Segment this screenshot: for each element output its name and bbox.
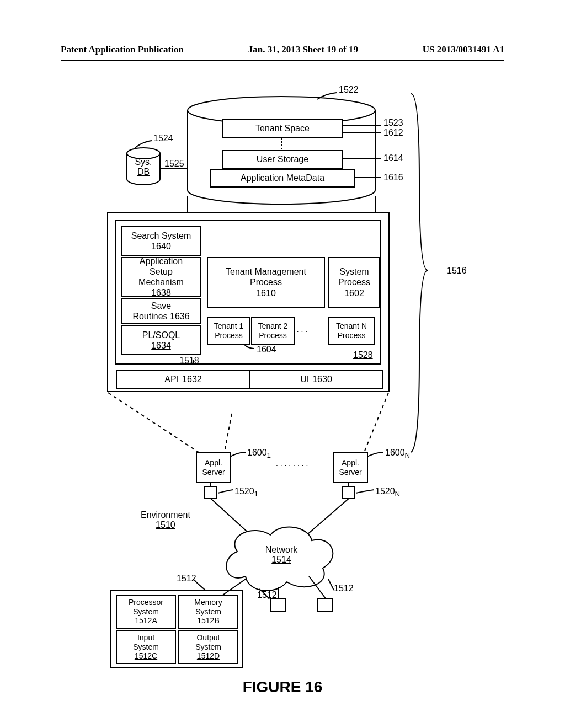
tenant-mgmt-num: 1610 xyxy=(256,288,276,298)
svg-rect-31 xyxy=(270,599,286,611)
ref-1600-1: 16001 xyxy=(247,448,271,459)
appl-server-n: Appl. Server xyxy=(333,452,368,483)
svg-line-18 xyxy=(108,393,199,452)
tenant2-box: Tenant 2 Process xyxy=(251,317,295,345)
ref-1512-b: 1512 xyxy=(257,590,277,600)
header-left: Patent Application Publication xyxy=(61,44,184,55)
svg-rect-23 xyxy=(342,486,354,499)
tenantN-label: Tenant N Process xyxy=(336,322,367,340)
svg-text:· · · ·: · · · · xyxy=(292,326,307,335)
save-routines-label: Save Routines xyxy=(132,301,171,321)
input-system-label: Input System xyxy=(133,633,159,652)
search-system-num: 1640 xyxy=(151,241,171,251)
ref-1520-1: 15201 xyxy=(234,486,258,498)
ref-1512-c: 1512 xyxy=(334,584,354,593)
user-storage-box: User Storage xyxy=(222,150,343,169)
ref-1516: 1516 xyxy=(447,266,467,276)
ui-box: UI 1630 xyxy=(249,370,383,389)
processor-system-box: Processor System 1512A xyxy=(116,595,176,629)
input-system-num: 1512C xyxy=(135,651,157,661)
app-setup-label: Application Setup Mechanism xyxy=(138,256,184,288)
app-setup-box: Application Setup Mechanism 1638 xyxy=(121,257,201,297)
save-routines-box: Save Routines 1636 xyxy=(121,298,201,324)
plsoql-num: 1634 xyxy=(151,340,171,351)
ref-1522: 1522 xyxy=(339,85,359,95)
ui-num: 1630 xyxy=(312,374,332,384)
ref-1512-a: 1512 xyxy=(177,574,196,584)
ref-1525: 1525 xyxy=(164,159,184,169)
ref-1524: 1524 xyxy=(153,133,173,143)
ref-1614: 1614 xyxy=(383,153,403,163)
processor-system-label: Processor System xyxy=(129,598,163,617)
tenant-mgmt-label: Tenant Management Process xyxy=(226,266,306,287)
ref-1604: 1604 xyxy=(257,345,276,355)
sys-db-label: Sys.DB xyxy=(132,157,154,177)
search-system-box: Search System 1640 xyxy=(121,226,201,256)
plsoql-box: PL/SOQL 1634 xyxy=(121,325,201,355)
ref-1600-n: 1600N xyxy=(385,448,410,459)
ref-1612: 1612 xyxy=(383,128,403,138)
output-system-label: Output System xyxy=(195,633,221,652)
tenant-mgmt-box: Tenant Management Process 1610 xyxy=(207,257,325,308)
svg-line-19 xyxy=(364,393,388,452)
save-routines-num: 1636 xyxy=(170,312,190,321)
input-system-box: Input System 1512C xyxy=(116,630,176,664)
svg-line-27 xyxy=(303,499,349,538)
tenant-space-box: Tenant Space xyxy=(222,119,343,138)
ref-1616: 1616 xyxy=(383,173,403,183)
ref-1518: 1518 xyxy=(179,356,199,366)
memory-system-num: 1512B xyxy=(197,616,219,625)
header-center: Jan. 31, 2013 Sheet 19 of 19 xyxy=(248,44,358,55)
appl-server-1: Appl. Server xyxy=(196,452,231,483)
plsoql-label: PL/SOQL xyxy=(142,330,180,340)
figure-caption: FIGURE 16 xyxy=(0,678,565,696)
output-system-box: Output System 1512D xyxy=(178,630,238,664)
header-rule xyxy=(61,60,504,61)
app-metadata-box: Application MetaData xyxy=(210,169,355,188)
app-metadata-label: Application MetaData xyxy=(241,173,324,183)
ref-1528: 1528 xyxy=(353,350,373,360)
api-num: 1632 xyxy=(182,374,202,384)
memory-system-box: Memory System 1512B xyxy=(178,595,238,629)
ui-label: UI xyxy=(300,374,309,384)
svg-line-20 xyxy=(223,414,232,458)
network-label: Network 1514 xyxy=(259,545,303,565)
svg-text:· · · · · · · ·: · · · · · · · · xyxy=(276,461,308,469)
appl-server-n-label: Appl. Server xyxy=(339,458,361,477)
api-label: API xyxy=(164,374,179,384)
search-system-label: Search System xyxy=(131,231,191,241)
environment-label: Environment 1510 xyxy=(141,510,190,530)
ref-1520-n: 1520N xyxy=(375,486,400,498)
appl-server-1-label: Appl. Server xyxy=(202,458,225,477)
tenantN-box: Tenant N Process xyxy=(328,317,375,345)
app-setup-num: 1638 xyxy=(151,288,171,297)
processor-system-num: 1512A xyxy=(135,616,157,625)
diagram-stage: · · · · · · · · · · · · xyxy=(0,72,565,706)
svg-rect-32 xyxy=(317,599,333,611)
tenant2-label: Tenant 2 Process xyxy=(258,322,288,340)
memory-system-label: Memory System xyxy=(194,598,222,617)
tenant1-box: Tenant 1 Process xyxy=(207,317,250,345)
user-storage-label: User Storage xyxy=(257,154,308,164)
system-process-label: System Process xyxy=(338,266,370,287)
ref-1523: 1523 xyxy=(383,118,403,128)
output-system-num: 1512D xyxy=(197,651,220,661)
tenant1-label: Tenant 1 Process xyxy=(214,322,244,340)
system-process-num: 1602 xyxy=(344,288,364,298)
header-right: US 2013/0031491 A1 xyxy=(423,44,504,55)
api-box: API 1632 xyxy=(116,370,250,389)
svg-rect-22 xyxy=(204,486,216,499)
system-process-box: System Process 1602 xyxy=(328,257,380,308)
tenant-space-label: Tenant Space xyxy=(255,123,310,133)
